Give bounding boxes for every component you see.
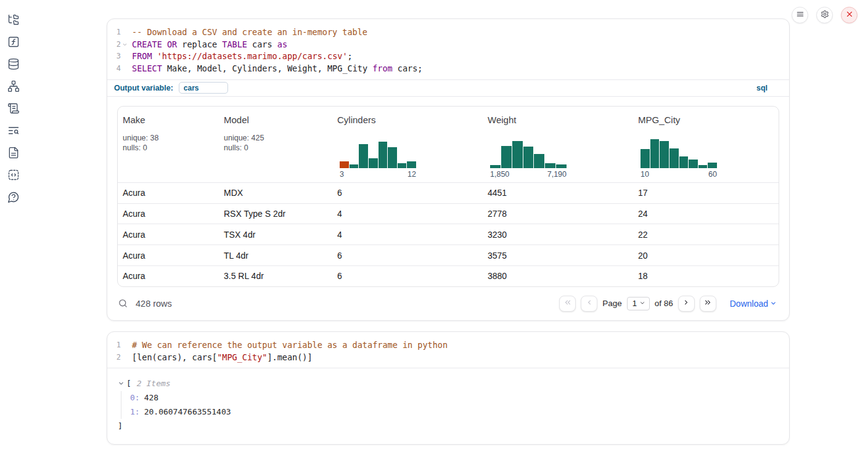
histogram-max-label: 12 (407, 170, 416, 179)
line-number: 4 (107, 63, 121, 75)
column-sort-button[interactable]: Cylinders (337, 115, 478, 125)
histogram-bar (650, 139, 660, 168)
histogram-bar (545, 163, 555, 168)
next-page-button[interactable] (678, 296, 695, 312)
chevron-prev-icon (585, 298, 594, 309)
sidebar-item-help[interactable] (7, 191, 20, 203)
tree-entry-value: 20.060747663551403 (144, 407, 231, 416)
table-cell: MDX (219, 183, 332, 203)
code-line[interactable]: 3FROM 'https://datasets.marimo.app/cars.… (107, 51, 789, 63)
histogram-axis-labels: 1060 (641, 170, 717, 179)
fold-chevron-icon[interactable] (121, 39, 129, 51)
sidebar-item-snippets[interactable] (7, 169, 20, 181)
code-line[interactable]: 1# We can reference the output variable … (107, 339, 789, 352)
first-page-button[interactable] (559, 296, 576, 312)
notebook-menu-button[interactable] (792, 7, 808, 23)
tree-head: [ 2 Items (118, 377, 779, 390)
notebook-cells: 1-- Download a CSV and create an in-memo… (107, 18, 790, 445)
histogram-bar (340, 161, 349, 168)
sidebar-item-variables[interactable] (7, 36, 20, 48)
column-sort-button[interactable]: Weight (488, 115, 628, 125)
prev-page-button[interactable] (581, 296, 597, 312)
histogram-bar (660, 141, 669, 168)
code-text: -- Download a CSV and create an in-memor… (129, 26, 367, 39)
chevron-down-icon (639, 299, 645, 308)
histogram-min-label: 3 (340, 170, 344, 179)
sidebar-item-dependency-graph[interactable] (7, 80, 20, 92)
fold-slot (121, 51, 129, 63)
column-stats: unique: 425nulls: 0 (224, 133, 327, 153)
table-row: Acura3.5 RL 4dr6388018 (118, 265, 779, 286)
table-cell: Acura (118, 266, 219, 286)
output-variable-input[interactable] (179, 82, 228, 94)
histogram-bar (501, 146, 512, 168)
line-number: 1 (107, 26, 121, 39)
output-tree: [ 2 Items 0:4281:20.060747663551403 ] (107, 368, 789, 444)
language-badge: sql (756, 84, 768, 92)
table-cell: Acura (118, 204, 219, 224)
table-cell: 4 (332, 224, 483, 245)
histogram-bar (512, 141, 523, 168)
column-sort-button[interactable]: MPG_City (638, 115, 774, 125)
code-line[interactable]: 1-- Download a CSV and create an in-memo… (107, 26, 789, 39)
histogram-axis-labels: 1,8507,190 (490, 170, 567, 179)
code-line[interactable]: 2CREATE OR replace TABLE cars as (107, 39, 789, 51)
sql-code-editor[interactable]: 1-- Download a CSV and create an in-memo… (107, 19, 789, 79)
sidebar-item-documentation[interactable] (7, 147, 20, 159)
table-cell: 6 (332, 183, 483, 203)
column-histogram: 312 (340, 138, 416, 179)
histogram-bar (407, 161, 416, 168)
last-page-button[interactable] (700, 296, 716, 312)
histogram-bar (698, 165, 708, 168)
download-label: Download (730, 299, 768, 309)
gear-icon (821, 10, 829, 20)
sidebar-item-logs[interactable] (7, 102, 20, 115)
table-cell: 6 (332, 245, 483, 265)
download-button[interactable]: Download (730, 299, 777, 309)
histogram-bar (398, 163, 407, 168)
python-code-editor[interactable]: 1# We can reference the output variable … (107, 332, 789, 368)
chevron-next-icon (682, 298, 690, 309)
table-cell: TSX 4dr (219, 224, 332, 245)
table-header: Makeunique: 38nulls: 0Modelunique: 425nu… (118, 107, 779, 182)
sql-cell: 1-- Download a CSV and create an in-memo… (107, 18, 790, 321)
code-line[interactable]: 4SELECT Make, Model, Cylinders, Weight, … (107, 63, 789, 75)
sidebar-item-data-sources[interactable] (7, 58, 20, 70)
network-icon (7, 80, 20, 92)
table-row: AcuraMDX6445117 (118, 182, 779, 203)
table-cell: 2778 (483, 204, 633, 224)
sidebar-item-file-explorer[interactable] (7, 14, 20, 26)
shutdown-button[interactable] (841, 7, 858, 23)
tree-close-bracket: ] (118, 419, 779, 433)
line-number: 1 (107, 339, 121, 352)
histogram-bar (641, 149, 650, 168)
column-sort-button[interactable]: Make (123, 115, 214, 125)
page-total-label: of 86 (655, 299, 673, 308)
histogram-bar (490, 165, 501, 168)
histogram-bar (669, 148, 679, 168)
snippets-icon (7, 169, 20, 181)
code-text: SELECT Make, Model, Cylinders, Weight, M… (129, 63, 422, 75)
column-sort-button[interactable]: Model (224, 115, 327, 125)
table-footer: 428 rows Page 1 of 86 (107, 287, 789, 320)
database-icon (7, 58, 20, 70)
settings-button[interactable] (816, 7, 833, 23)
table-cell: TL 4dr (219, 245, 332, 265)
page-select[interactable]: 1 (627, 297, 650, 310)
function-square-icon (7, 36, 20, 48)
column-stats: unique: 38nulls: 0 (123, 133, 214, 153)
table-cell: Acura (118, 224, 219, 245)
line-number: 2 (107, 352, 121, 364)
search-rows-button[interactable] (117, 298, 128, 309)
tree-collapse-button[interactable] (118, 380, 125, 387)
sidebar-item-tracebacks[interactable] (7, 124, 20, 137)
column-histogram: 1060 (641, 138, 717, 179)
line-number: 3 (107, 51, 121, 63)
histogram-bar (689, 160, 698, 168)
fold-slot (121, 339, 129, 352)
close-icon (845, 10, 854, 20)
chevron-down-icon (770, 299, 777, 309)
table-cell: Acura (118, 183, 219, 203)
table-cell: 24 (633, 204, 779, 224)
code-line[interactable]: 2[len(cars), cars["MPG_City"].mean()] (107, 352, 789, 364)
